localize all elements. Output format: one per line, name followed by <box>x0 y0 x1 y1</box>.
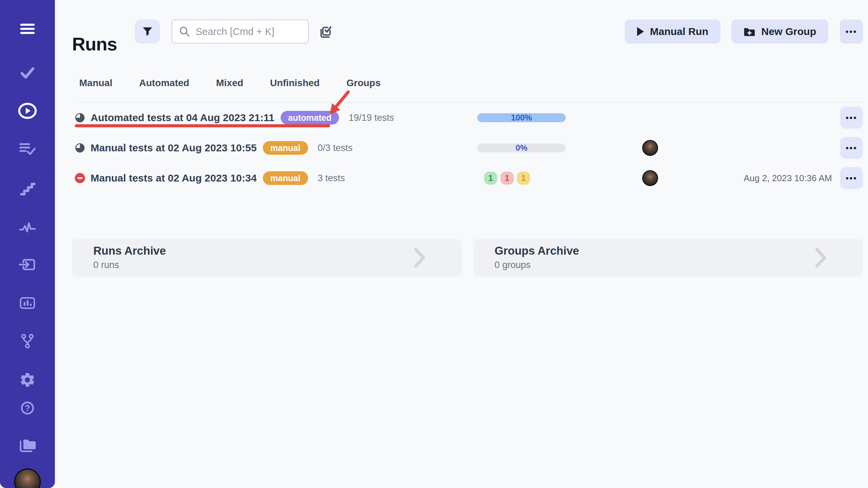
run-title[interactable]: Automated tests at 04 Aug 2023 21:11 <box>91 112 274 124</box>
search-input[interactable] <box>195 26 301 38</box>
test-plans-list-check-icon[interactable] <box>19 141 36 156</box>
ellipsis-icon: ••• <box>846 144 857 152</box>
run-row-more-button[interactable]: ••• <box>840 137 863 159</box>
new-group-label: New Group <box>761 26 816 37</box>
archive-count: 0 groups <box>495 260 863 270</box>
milestones-steps-icon[interactable] <box>19 181 36 196</box>
archive-title: Groups Archive <box>495 244 863 257</box>
runs-list: Automated tests at 04 Aug 2023 21:11 aut… <box>72 103 863 193</box>
progress-bar: 100% <box>477 113 566 122</box>
failed-count-chip: 1 <box>501 172 514 185</box>
help-icon[interactable]: ? <box>19 400 36 416</box>
tab-manual[interactable]: Manual <box>79 78 112 88</box>
run-row-more-button[interactable]: ••• <box>840 107 863 129</box>
manual-run-button[interactable]: Manual Run <box>625 20 720 44</box>
ellipsis-icon: ••• <box>846 174 857 182</box>
projects-folders-icon[interactable] <box>18 437 37 454</box>
search-box <box>172 20 309 44</box>
progress-percent-label: 0% <box>477 143 566 152</box>
run-assignee-cell <box>566 170 734 186</box>
runs-tabs: Manual Automated Mixed Unfinished Groups <box>79 78 863 103</box>
play-icon <box>637 27 644 36</box>
activity-pulse-icon[interactable] <box>19 219 36 233</box>
run-row-1-left: Automated tests at 04 Aug 2023 21:11 aut… <box>72 111 477 125</box>
menu-icon[interactable] <box>20 22 35 36</box>
run-type-badge: manual <box>263 171 308 185</box>
chevron-right-icon <box>815 247 827 268</box>
tab-groups[interactable]: Groups <box>347 78 381 88</box>
run-state-pie-icon <box>75 143 85 153</box>
blocked-count-chip: 1 <box>517 172 530 185</box>
passed-count-chip: 1 <box>484 172 497 185</box>
manual-run-label: Manual Run <box>650 26 708 37</box>
multi-select-icon[interactable] <box>318 24 333 39</box>
svg-text:?: ? <box>25 403 30 413</box>
run-tests-count: 3 tests <box>318 173 345 184</box>
run-row-2-left: Manual tests at 02 Aug 2023 10:55 manual… <box>72 141 477 155</box>
run-tests-count: 0/3 tests <box>318 143 353 153</box>
run-row-3: Manual tests at 02 Aug 2023 10:34 manual… <box>72 163 863 193</box>
progress-percent-label: 100% <box>477 113 566 122</box>
user-avatar[interactable] <box>14 468 41 488</box>
run-row-more-button[interactable]: ••• <box>840 167 863 189</box>
sidebar: ? <box>0 0 55 488</box>
run-state-stopped-icon <box>75 173 85 183</box>
archive-count: 0 runs <box>93 260 462 270</box>
assignee-avatar[interactable] <box>642 140 658 156</box>
page-header: Runs Manual Run <box>72 20 863 44</box>
new-group-button[interactable]: New Group <box>731 20 828 44</box>
run-title[interactable]: Manual tests at 02 Aug 2023 10:55 <box>91 142 257 154</box>
archive-title: Runs Archive <box>93 244 462 257</box>
import-icon[interactable] <box>19 256 36 273</box>
run-row-3-left: Manual tests at 02 Aug 2023 10:34 manual… <box>72 171 477 185</box>
reports-bar-chart-icon[interactable] <box>19 295 36 311</box>
page-title: Runs <box>72 33 117 55</box>
tab-automated[interactable]: Automated <box>139 78 189 88</box>
groups-archive-card[interactable]: Groups Archive 0 groups <box>473 239 863 277</box>
filter-funnel-icon <box>142 26 153 37</box>
assignee-avatar[interactable] <box>642 170 658 186</box>
run-assignee-cell <box>566 140 734 156</box>
chevron-right-icon <box>414 247 426 268</box>
merge-branch-icon[interactable] <box>19 333 36 349</box>
progress-bar: 0% <box>477 143 566 152</box>
run-results-cell: 1 1 1 <box>477 172 566 185</box>
runs-archive-card[interactable]: Runs Archive 0 runs <box>72 239 462 277</box>
main-content: Runs Manual Run <box>55 0 868 488</box>
test-cases-check-icon[interactable] <box>19 64 36 81</box>
folder-plus-icon <box>743 26 755 37</box>
filter-button[interactable] <box>135 20 160 44</box>
settings-gear-icon[interactable] <box>19 371 36 388</box>
run-progress-cell: 100% <box>477 113 566 122</box>
user-avatar-photo <box>14 468 41 488</box>
header-more-button[interactable]: ••• <box>840 20 863 44</box>
search-icon <box>179 26 190 37</box>
run-type-badge: manual <box>263 141 308 155</box>
tab-unfinished[interactable]: Unfinished <box>270 78 320 88</box>
run-state-pie-icon <box>75 113 85 123</box>
run-tests-count: 19/19 tests <box>349 113 394 123</box>
result-chips: 1 1 1 <box>477 172 566 185</box>
ellipsis-icon: ••• <box>846 114 857 122</box>
archives-section: Runs Archive 0 runs Groups Archive 0 gro… <box>72 239 863 277</box>
run-finished-date: Aug 2, 2023 10:36 AM <box>734 173 840 184</box>
tab-mixed[interactable]: Mixed <box>216 78 243 88</box>
run-type-badge: automated <box>281 111 339 125</box>
run-row-1: Automated tests at 04 Aug 2023 21:11 aut… <box>72 103 863 133</box>
run-row-2: Manual tests at 02 Aug 2023 10:55 manual… <box>72 133 863 163</box>
run-title[interactable]: Manual tests at 02 Aug 2023 10:34 <box>91 172 257 184</box>
run-progress-cell: 0% <box>477 143 566 152</box>
runs-play-circle-icon[interactable] <box>18 103 37 119</box>
ellipsis-icon: ••• <box>845 27 857 36</box>
